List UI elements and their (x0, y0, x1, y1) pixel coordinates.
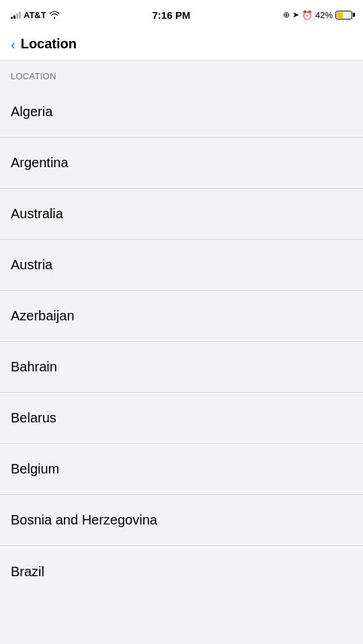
battery-fill (337, 12, 343, 18)
status-time: 7:16 PM (152, 9, 190, 21)
section-header-label: LOCATION (11, 71, 56, 81)
status-bar: AT&T 7:16 PM ⊕ ➤ ⏰ 42% (0, 0, 363, 30)
back-chevron-icon: ‹ (11, 38, 15, 51)
list-item[interactable]: Brazil (0, 546, 363, 597)
alarm-icon: ⏰ (302, 10, 313, 20)
location-services-icon: ⊕ (283, 10, 290, 19)
carrier-label: AT&T (24, 10, 46, 20)
location-list: AlgeriaArgentinaAustraliaAustriaAzerbaij… (0, 87, 363, 597)
list-item[interactable]: Argentina (0, 138, 363, 189)
list-item[interactable]: Belgium (0, 444, 363, 495)
navigation-icon: ➤ (292, 10, 299, 19)
list-item[interactable]: Bahrain (0, 342, 363, 393)
status-left: AT&T (11, 10, 60, 20)
list-item[interactable]: Belarus (0, 393, 363, 444)
list-item[interactable]: Austria (0, 240, 363, 291)
battery-icon (335, 11, 352, 19)
status-right: ⊕ ➤ ⏰ 42% (283, 10, 352, 20)
page-header: ‹ Location (0, 30, 363, 60)
list-item[interactable]: Azerbaijan (0, 291, 363, 342)
signal-bars-icon (11, 11, 21, 19)
list-item[interactable]: Australia (0, 189, 363, 240)
back-button[interactable]: ‹ (11, 38, 15, 51)
wifi-icon (49, 11, 60, 19)
list-item[interactable]: Bosnia and Herzegovina (0, 495, 363, 546)
section-header: LOCATION (0, 60, 363, 87)
page-title: Location (21, 36, 77, 52)
list-item[interactable]: Algeria (0, 87, 363, 138)
battery-percent-label: 42% (315, 10, 333, 20)
